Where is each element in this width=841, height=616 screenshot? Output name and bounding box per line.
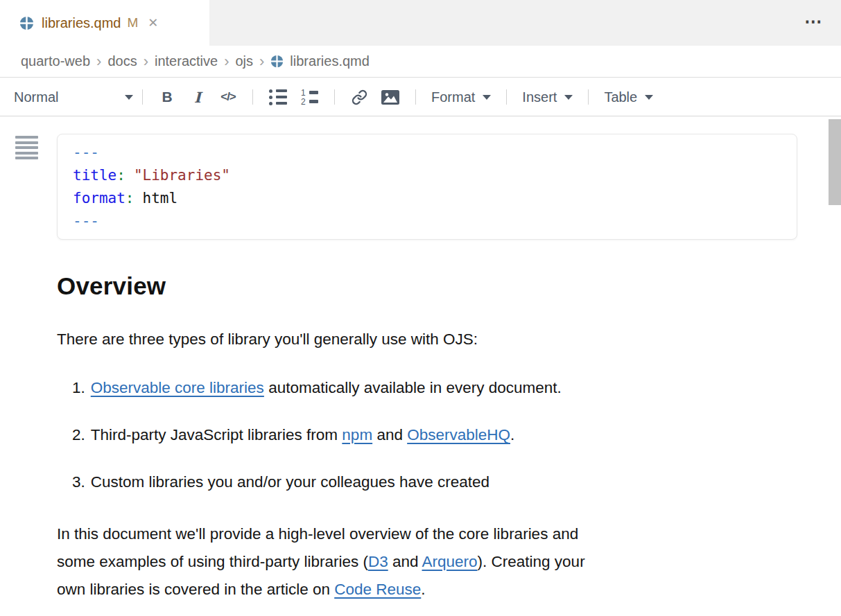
list-item: 2.Third-party JavaScript libraries from … <box>72 426 761 444</box>
breadcrumb-item-file[interactable]: libraries.qmd <box>270 53 369 69</box>
link-button[interactable] <box>351 89 367 105</box>
tab-title: libraries.qmd <box>42 15 121 31</box>
paragraph-line: In this document we'll provide a high-le… <box>57 520 761 548</box>
breadcrumb-item-quarto-web[interactable]: quarto-web <box>21 53 90 69</box>
observablehq-link[interactable]: ObservableHQ <box>407 426 510 443</box>
tab-libraries-qmd[interactable]: libraries.qmd M ✕ <box>0 0 209 46</box>
list-item: 1.Observable core libraries automaticall… <box>72 379 761 397</box>
toolbar-divider <box>415 89 416 105</box>
format-menu-label: Format <box>431 89 475 105</box>
toolbar-divider <box>334 89 335 105</box>
toolbar-divider <box>252 89 253 105</box>
bold-icon: B <box>162 89 172 105</box>
table-menu[interactable]: Table <box>604 89 653 105</box>
quarto-icon <box>270 55 284 68</box>
more-actions-icon[interactable]: ⋯ <box>804 11 823 33</box>
italic-button[interactable]: I <box>189 89 206 106</box>
formatting-toolbar: Normal B I </> 1 2 <box>0 78 841 116</box>
d3-link[interactable]: D3 <box>368 553 388 570</box>
quarto-icon <box>19 16 34 30</box>
list-item: 3.Custom libraries you and/or your colle… <box>72 473 761 491</box>
yaml-delimiter: --- <box>73 210 781 233</box>
arquero-link[interactable]: Arquero <box>422 553 478 570</box>
bulleted-list-icon <box>269 89 287 105</box>
bulleted-list-button[interactable] <box>269 89 287 105</box>
chevron-right-icon: › <box>96 54 101 69</box>
closing-paragraph: In this document we'll provide a high-le… <box>57 520 761 604</box>
image-icon <box>381 90 399 105</box>
list-number: 3. <box>72 473 85 491</box>
numbered-list-icon: 1 2 <box>301 89 318 105</box>
list-item-text: Third-party JavaScript libraries from <box>91 426 343 443</box>
list-item-text: automatically available in every documen… <box>264 379 562 396</box>
breadcrumb-item-ojs[interactable]: ojs <box>235 53 253 69</box>
page-title: Overview <box>57 272 761 300</box>
table-menu-label: Table <box>604 89 637 105</box>
breadcrumb-item-docs[interactable]: docs <box>107 53 137 69</box>
list-item-text: . <box>510 426 514 443</box>
list-item-text: and <box>372 426 407 443</box>
bold-button[interactable]: B <box>159 89 175 105</box>
toolbar-divider <box>506 89 507 105</box>
document-body: Overview There are three types of librar… <box>57 272 761 604</box>
npm-link[interactable]: npm <box>342 426 372 443</box>
yaml-delimiter: --- <box>73 141 781 164</box>
italic-icon: I <box>194 89 201 106</box>
chevron-down-icon <box>483 95 491 100</box>
insert-menu[interactable]: Insert <box>522 89 573 105</box>
code-reuse-link[interactable]: Code Reuse <box>334 581 421 598</box>
chevron-down-icon <box>564 95 573 100</box>
link-icon <box>352 89 367 105</box>
numbered-list-button[interactable]: 1 2 <box>301 89 318 105</box>
list-item-text: Custom libraries you and/or your colleag… <box>91 473 489 491</box>
yaml-title-line: title:"Libraries" <box>73 164 781 187</box>
block-drag-handle-icon[interactable] <box>15 136 38 162</box>
insert-menu-label: Insert <box>522 89 557 105</box>
code-button[interactable]: </> <box>220 90 236 104</box>
tab-bar: libraries.qmd M ✕ ⋯ <box>0 0 841 46</box>
breadcrumb-item-interactive[interactable]: interactive <box>155 53 218 69</box>
chevron-down-icon <box>125 95 133 100</box>
observable-core-libraries-link[interactable]: Observable core libraries <box>91 379 264 396</box>
code-icon: </> <box>220 90 236 104</box>
list-number: 2. <box>72 426 85 443</box>
toolbar-divider <box>142 89 143 105</box>
close-icon[interactable]: ✕ <box>148 17 158 29</box>
vertical-scrollbar-thumb[interactable] <box>829 119 841 205</box>
image-button[interactable] <box>381 90 399 105</box>
yaml-front-matter-block[interactable]: --- title:"Libraries" format:html --- <box>57 134 797 240</box>
modified-badge: M <box>127 15 138 30</box>
list-number: 1. <box>72 379 85 396</box>
chevron-right-icon: › <box>259 54 264 69</box>
intro-paragraph: There are three types of library you'll … <box>57 331 761 349</box>
breadcrumb: quarto-web › docs › interactive › ojs › … <box>0 46 841 78</box>
paragraph-line: some examples of using third-party libra… <box>57 548 761 576</box>
toolbar-divider <box>588 89 589 105</box>
chevron-right-icon: › <box>224 54 229 69</box>
breadcrumb-file-label: libraries.qmd <box>290 53 369 69</box>
paragraph-style-value: Normal <box>14 89 58 105</box>
chevron-right-icon: › <box>144 54 148 69</box>
paragraph-style-dropdown[interactable]: Normal <box>14 89 133 105</box>
editor-content[interactable]: --- title:"Libraries" format:html --- Ov… <box>0 117 841 616</box>
yaml-format-line: format:html <box>73 187 781 210</box>
format-menu[interactable]: Format <box>431 89 491 105</box>
numbered-list: 1.Observable core libraries automaticall… <box>57 379 761 491</box>
paragraph-line: own libraries is covered in the article … <box>57 576 761 604</box>
editor-window: libraries.qmd M ✕ ⋯ quarto-web › docs › … <box>0 0 841 616</box>
chevron-down-icon <box>645 95 653 100</box>
